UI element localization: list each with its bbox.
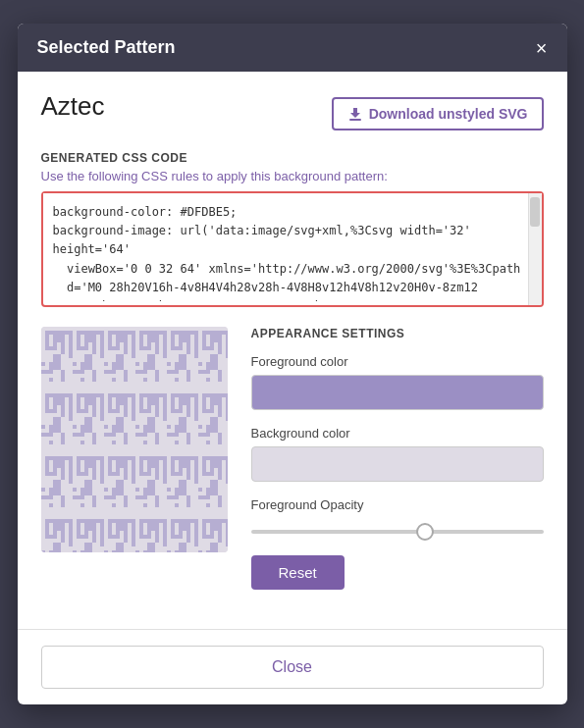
scrollbar[interactable]: [528, 193, 542, 305]
content-row: APPEARANCE SETTINGS Foreground color Bac…: [41, 327, 544, 590]
background-color-input[interactable]: [251, 446, 544, 482]
pattern-name: Aztec: [41, 91, 105, 122]
download-svg-button[interactable]: Download unstyled SVG: [332, 97, 544, 130]
opacity-slider-container: [251, 520, 544, 538]
foreground-color-input[interactable]: [251, 375, 544, 410]
css-section-label: GENERATED CSS CODE: [41, 151, 544, 165]
pattern-preview: [41, 327, 228, 552]
close-button[interactable]: Close: [41, 646, 544, 689]
selected-pattern-modal: Selected Pattern × Aztec Download unstyl…: [18, 24, 567, 704]
top-row: Aztec Download unstyled SVG: [41, 91, 544, 135]
foreground-color-label: Foreground color: [251, 354, 544, 369]
svg-rect-0: [349, 119, 361, 121]
appearance-panel: APPEARANCE SETTINGS Foreground color Bac…: [251, 327, 544, 590]
css-code-wrapper: background-color: #DFDBE5; background-im…: [41, 191, 544, 307]
appearance-section-label: APPEARANCE SETTINGS: [251, 327, 544, 340]
reset-button[interactable]: Reset: [251, 555, 345, 590]
preview-svg: [41, 327, 228, 552]
opacity-label: Foreground Opacity: [251, 497, 544, 512]
modal-header: Selected Pattern ×: [18, 24, 567, 72]
modal-close-button[interactable]: ×: [536, 38, 548, 58]
modal-title: Selected Pattern: [37, 37, 176, 58]
download-btn-label: Download unstyled SVG: [369, 106, 528, 122]
modal-body: Aztec Download unstyled SVG GENERATED CS…: [18, 72, 567, 629]
opacity-slider[interactable]: [251, 530, 544, 534]
css-section-description: Use the following CSS rules to apply thi…: [41, 169, 544, 183]
css-code-textarea[interactable]: background-color: #DFDBE5; background-im…: [43, 193, 542, 301]
download-icon: [347, 106, 363, 122]
modal-footer: Close: [18, 629, 567, 704]
svg-rect-2: [41, 327, 228, 552]
background-color-label: Background color: [251, 426, 544, 441]
scrollbar-thumb: [530, 197, 540, 227]
